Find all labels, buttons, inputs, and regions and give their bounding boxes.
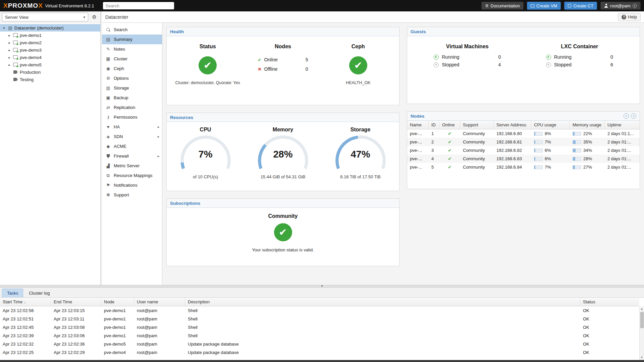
menu-item[interactable]: ACME: [102, 141, 162, 151]
menu-item[interactable]: Replication: [102, 103, 162, 112]
expand-arrow-icon[interactable]: ▸: [7, 41, 11, 45]
menu-item[interactable]: Storage: [102, 83, 162, 93]
collapse-up-icon[interactable]: [624, 113, 629, 119]
expand-arrow-icon[interactable]: ▾: [2, 26, 6, 30]
lxc-col: LXC Container Running 0 Stopped: [524, 44, 636, 70]
documentation-button[interactable]: ≣ Documentation: [481, 2, 524, 10]
task-row[interactable]: Apr 23 12:02:25 Apr 23 12:02:29 pve-demo…: [0, 348, 639, 357]
stopped-icon: [434, 62, 439, 67]
tab-tasks[interactable]: Tasks: [2, 289, 23, 297]
menu-item[interactable]: Summary: [102, 35, 162, 44]
tree-item[interactable]: Testing: [0, 76, 100, 83]
menu-item[interactable]: Backup: [102, 93, 162, 103]
node-id: 1: [429, 129, 439, 138]
menu-item[interactable]: Options: [102, 73, 162, 83]
tree-item[interactable]: ▸ pve-demo5: [0, 61, 100, 68]
cpu-usage-label: 6%: [545, 156, 551, 161]
tree-item[interactable]: Production: [0, 68, 100, 76]
collapse-down-icon[interactable]: [631, 113, 636, 119]
menu-item[interactable]: Search: [102, 25, 162, 35]
menu-item-label: Ceph: [114, 66, 157, 71]
task-row[interactable]: Apr 23 12:02:45 Apr 23 12:03:08 pve-demo…: [0, 323, 639, 331]
col-server-address[interactable]: Server Address: [494, 121, 531, 129]
menu-item[interactable]: Resource Mappings: [102, 171, 162, 180]
scroll-down-icon[interactable]: ▼: [641, 355, 643, 360]
expand-arrow-icon[interactable]: ▸: [7, 63, 11, 67]
menu-item[interactable]: Notifications: [102, 180, 162, 190]
col-start-time[interactable]: Start Time↓: [0, 298, 51, 306]
create-ct-button[interactable]: Create CT: [564, 2, 597, 10]
menu-item-icon: [105, 124, 111, 130]
online-label: Online: [264, 57, 277, 62]
resource-tree-panel: Server View ▾ Datacenter (democluster) ▸…: [0, 11, 101, 285]
panel-tools: [622, 113, 636, 119]
task-row[interactable]: Apr 23 12:02:32 Apr 23 12:02:36 pve-demo…: [0, 340, 639, 348]
node-online-cell: [439, 129, 460, 138]
scrollbar-thumb[interactable]: [640, 312, 644, 328]
subscriptions-body: Community Your subscription status is va…: [167, 208, 399, 252]
view-selector[interactable]: Server View: [2, 13, 88, 21]
menu-item[interactable]: Firewall ▸: [102, 151, 162, 161]
tree-settings-gear-icon[interactable]: [90, 13, 98, 21]
task-row[interactable]: Apr 23 12:02:56 Apr 23 12:03:15 pve-demo…: [0, 306, 639, 315]
tree-item[interactable]: ▸ pve-demo1: [0, 32, 100, 39]
node-row[interactable]: pve-... 5 Community 192.168.6.84: [407, 163, 640, 171]
node-name: pve-...: [407, 155, 429, 163]
tree-item[interactable]: ▸ pve-demo4: [0, 54, 100, 61]
expand-arrow-icon[interactable]: ▸: [7, 34, 11, 37]
tab-cluster-log[interactable]: Cluster log: [24, 289, 55, 297]
col-support[interactable]: Support: [460, 121, 494, 129]
menu-item[interactable]: Permissions: [102, 112, 162, 122]
menu-item[interactable]: HA ▸: [102, 122, 162, 132]
col-memory-usage[interactable]: Memory usage: [570, 121, 605, 129]
task-node: pve-demo1: [101, 315, 134, 323]
col-user-name[interactable]: User name: [134, 298, 185, 306]
tree-item[interactable]: ▾ Datacenter (democluster): [0, 24, 100, 32]
node-row[interactable]: pve-... 2 Community 192.168.6.81: [407, 138, 640, 146]
help-button[interactable]: ? Help: [618, 13, 641, 21]
node-row[interactable]: pve-... 4 Community 192.168.6.83: [407, 155, 640, 163]
menu-item[interactable]: Cluster: [102, 54, 162, 64]
tasks-scrollbar[interactable]: ▲ ▼: [639, 307, 644, 360]
memory-usage-bar: [573, 132, 581, 136]
horizontal-splitter[interactable]: ▾: [0, 285, 644, 288]
nodes-table-header: Name ID Online Support Server Address CP…: [407, 121, 640, 129]
tree-item[interactable]: ▸ pve-demo3: [0, 46, 100, 54]
col-description[interactable]: Description: [185, 298, 580, 306]
expand-arrow-icon[interactable]: ▸: [7, 56, 11, 59]
node-row[interactable]: pve-... 1 Community 192.168.6.80: [407, 129, 640, 138]
task-node: pve-demo1: [101, 306, 134, 315]
col-node[interactable]: Node: [101, 298, 134, 306]
node-name: pve-...: [407, 129, 429, 138]
nodes-title: Nodes: [275, 44, 291, 50]
user-menu-button[interactable]: root@pam: [600, 2, 641, 10]
menu-item[interactable]: Notes: [102, 44, 162, 54]
node-mem-cell: 28%: [570, 155, 605, 163]
menu-item[interactable]: Metric Server: [102, 161, 162, 171]
section-menu: Search Summary Notes Cluster: [102, 23, 162, 285]
resource-tree: ▾ Datacenter (democluster) ▸ pve-demo1 ▸…: [0, 23, 100, 285]
menu-item[interactable]: SDN ▸: [102, 132, 162, 141]
task-row[interactable]: Apr 23 12:02:51 Apr 23 12:03:11 pve-demo…: [0, 315, 639, 323]
col-cpu-usage[interactable]: CPU usage: [531, 121, 570, 129]
col-end-time[interactable]: End Time: [51, 298, 101, 306]
stopped-icon: [546, 62, 551, 67]
col-status[interactable]: Status: [580, 298, 639, 306]
node-row[interactable]: pve-... 3 Community 192.168.6.82: [407, 146, 640, 155]
create-vm-button[interactable]: Create VM: [527, 2, 561, 10]
menu-item[interactable]: Ceph: [102, 64, 162, 73]
col-name[interactable]: Name: [407, 121, 429, 129]
online-check-icon: [448, 139, 452, 144]
tree-item-label: pve-demo5: [20, 62, 42, 67]
col-online[interactable]: Online: [439, 121, 460, 129]
health-panel-header: Health: [167, 27, 399, 36]
task-row[interactable]: Apr 23 12:02:39 Apr 23 12:03:06 pve-demo…: [0, 331, 639, 340]
menu-item[interactable]: Support: [102, 190, 162, 200]
splitter-collapse-icon[interactable]: ▾: [316, 285, 328, 287]
col-uptime[interactable]: Uptime: [605, 121, 640, 129]
col-id[interactable]: ID: [429, 121, 439, 129]
scroll-up-icon[interactable]: ▲: [641, 307, 643, 311]
tree-item[interactable]: ▸ pve-demo2: [0, 39, 100, 46]
global-search-input[interactable]: [103, 2, 174, 9]
expand-arrow-icon[interactable]: ▸: [7, 48, 11, 52]
